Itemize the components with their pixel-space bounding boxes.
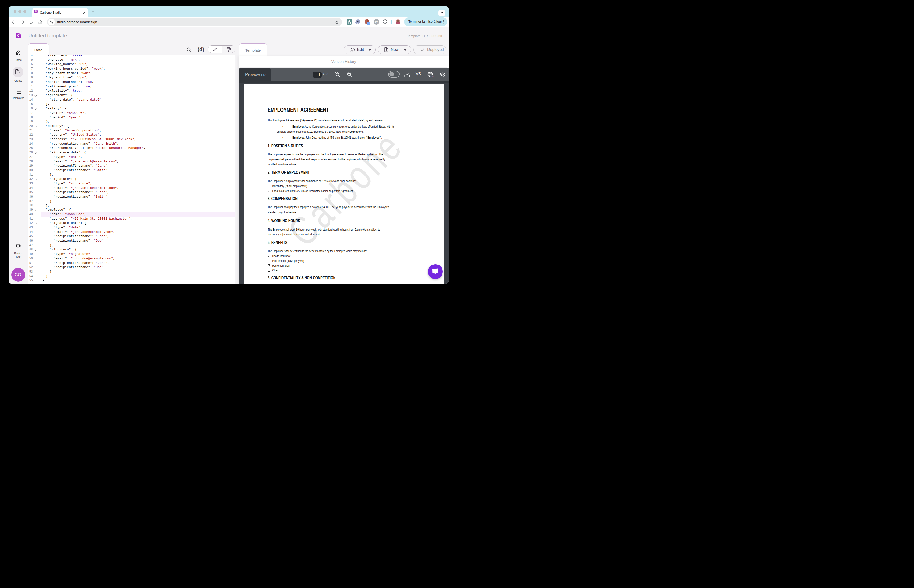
svg-text:EN: EN [431,75,434,78]
